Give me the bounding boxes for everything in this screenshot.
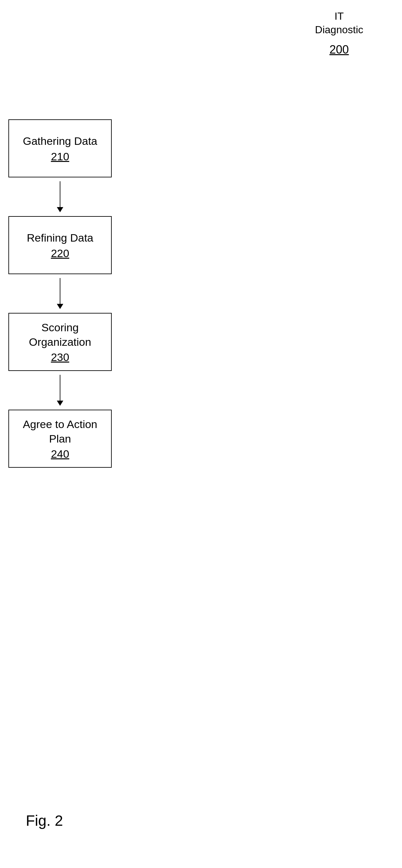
arrow-line-3 bbox=[60, 375, 60, 401]
flow-box-gathering-data: Gathering Data 210 bbox=[8, 119, 112, 177]
flowchart-container: Gathering Data 210 Refining Data 220 Sco… bbox=[8, 119, 112, 468]
arrow-head-3 bbox=[57, 401, 63, 406]
flow-box-number-gathering-data: 210 bbox=[51, 150, 69, 163]
arrow-line-2 bbox=[60, 278, 60, 304]
flow-box-refining-data: Refining Data 220 bbox=[8, 216, 112, 274]
arrow-2 bbox=[8, 274, 112, 313]
page-container: IT Diagnostic 200 Gathering Data 210 Ref… bbox=[0, 0, 402, 868]
arrow-line-1 bbox=[60, 181, 60, 207]
flow-box-label-refining-data: Refining Data bbox=[27, 230, 93, 245]
flow-box-label-agree-action-plan: Agree to Action Plan bbox=[16, 417, 105, 445]
arrow-1 bbox=[8, 177, 112, 216]
flow-box-number-agree-action-plan: 240 bbox=[51, 448, 69, 460]
flow-box-number-refining-data: 220 bbox=[51, 247, 69, 260]
figure-label: Fig. 2 bbox=[26, 812, 63, 829]
flow-box-scoring-organization: Scoring Organization 230 bbox=[8, 313, 112, 371]
flow-box-agree-action-plan: Agree to Action Plan 240 bbox=[8, 410, 112, 468]
title-line1: IT bbox=[315, 10, 363, 23]
title-number: 200 bbox=[315, 43, 363, 57]
flow-box-number-scoring-organization: 230 bbox=[51, 351, 69, 364]
flow-box-label-scoring-organization: Scoring Organization bbox=[16, 320, 105, 349]
arrow-head-1 bbox=[57, 207, 63, 212]
flow-box-label-gathering-data: Gathering Data bbox=[23, 134, 97, 148]
arrow-3 bbox=[8, 371, 112, 410]
title-area: IT Diagnostic 200 bbox=[315, 10, 363, 57]
arrow-head-2 bbox=[57, 304, 63, 309]
title-line2: Diagnostic bbox=[315, 23, 363, 37]
